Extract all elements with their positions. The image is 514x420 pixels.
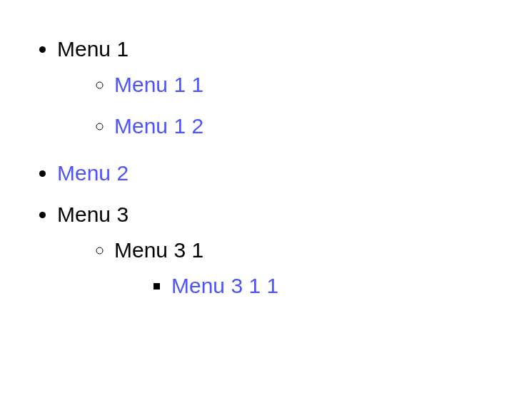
submenu-3: Menu 3 1 Menu 3 1 1	[57, 230, 493, 312]
menu-item-3-1: Menu 3 1 Menu 3 1 1	[114, 230, 493, 312]
submenu-3-1: Menu 3 1 1	[114, 265, 493, 307]
menu-link-2[interactable]: Menu 2	[57, 161, 128, 185]
menu-item-3-label: Menu 3	[57, 203, 128, 226]
menu-item-3: Menu 3 Menu 3 1 Menu 3 1 1	[57, 194, 493, 318]
menu-item-1-label: Menu 1	[57, 37, 128, 61]
menu-item-3-1-1: Menu 3 1 1	[171, 265, 493, 307]
menu-link-3-1-1[interactable]: Menu 3 1 1	[171, 274, 278, 297]
menu-link-1-1[interactable]: Menu 1 1	[114, 73, 203, 96]
menu-item-1-2: Menu 1 2	[114, 106, 493, 147]
menu-list: Menu 1 Menu 1 1 Menu 1 2 Menu 2 Menu 3 M…	[21, 29, 493, 318]
menu-item-3-1-label: Menu 3 1	[114, 238, 203, 262]
menu-link-1-2[interactable]: Menu 1 2	[114, 114, 203, 138]
menu-item-2: Menu 2	[57, 153, 493, 194]
submenu-1: Menu 1 1 Menu 1 2	[57, 64, 493, 147]
menu-item-1-1: Menu 1 1	[114, 64, 493, 106]
menu-item-1: Menu 1 Menu 1 1 Menu 1 2	[57, 29, 493, 153]
